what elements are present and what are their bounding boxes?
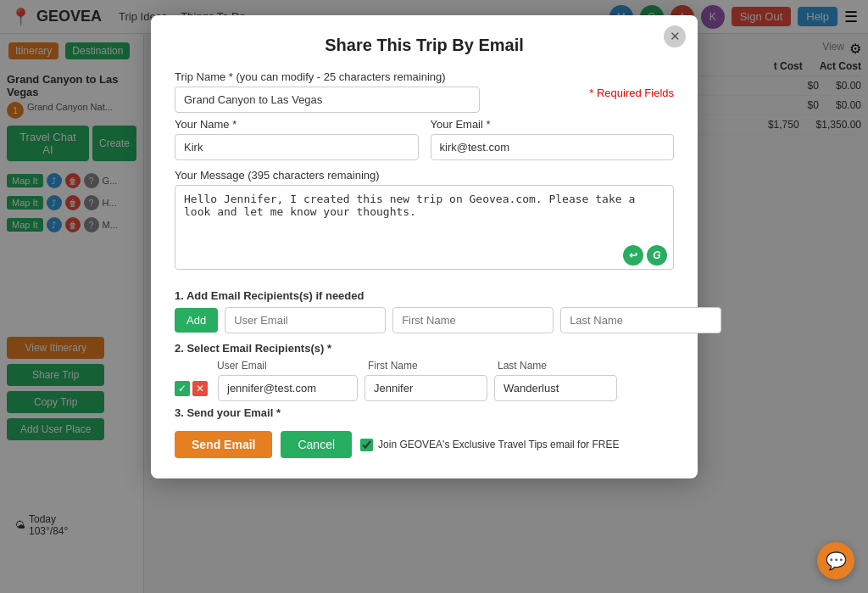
share-trip-modal: ✕ Share This Trip By Email Trip Name * (… bbox=[151, 15, 698, 478]
recipient-row-1: ✓ ✕ bbox=[175, 375, 674, 401]
chat-bubble-button[interactable]: 💬 bbox=[817, 542, 854, 579]
message-group: Your Message (395 characters remaining) … bbox=[175, 169, 674, 281]
send-row: Send Email Cancel Join GEOVEA's Exclusiv… bbox=[175, 431, 674, 458]
recipient-delete-icon[interactable]: ✕ bbox=[192, 381, 208, 396]
modal-title: Share This Trip By Email bbox=[175, 36, 674, 55]
recipient-first-name-input[interactable] bbox=[364, 375, 487, 401]
chat-bubble-icon: 💬 bbox=[826, 551, 847, 571]
your-email-group: Your Email * bbox=[431, 118, 675, 160]
recipient-check-icon[interactable]: ✓ bbox=[175, 381, 190, 396]
send-email-button[interactable]: Send Email bbox=[175, 431, 272, 458]
grammar-icon-1[interactable]: ↩ bbox=[623, 245, 643, 266]
trip-name-label: Trip Name * (you can modify - 25 charact… bbox=[175, 70, 589, 83]
new-user-email-input[interactable] bbox=[225, 307, 386, 333]
recipient-check-area: ✓ ✕ bbox=[175, 381, 208, 396]
modal-close-button[interactable]: ✕ bbox=[664, 25, 686, 48]
your-name-input[interactable] bbox=[175, 134, 419, 160]
name-email-row: Your Name * Your Email * bbox=[175, 118, 674, 160]
col-first-name-header: First Name bbox=[368, 360, 491, 372]
your-email-label: Your Email * bbox=[431, 118, 675, 131]
col-user-email-header: User Email bbox=[217, 360, 361, 372]
join-text: Join GEOVEA's Exclusive Travel Tips emai… bbox=[378, 439, 619, 450]
recipient-last-name-input[interactable] bbox=[494, 375, 617, 401]
message-area: Hello Jennifer, I created this new trip … bbox=[175, 185, 674, 272]
add-recipient-button[interactable]: Add bbox=[175, 308, 218, 333]
add-recipients-label: 1. Add Email Recipients(s) if needed bbox=[175, 289, 674, 302]
select-recipients-label: 2. Select Email Recipients(s) * bbox=[175, 342, 674, 355]
grammar-icon-2[interactable]: G bbox=[647, 245, 667, 266]
your-name-group: Your Name * bbox=[175, 118, 419, 160]
recipient-email-input[interactable] bbox=[218, 375, 358, 401]
message-textarea[interactable]: Hello Jennifer, I created this new trip … bbox=[175, 185, 674, 270]
your-name-label: Your Name * bbox=[175, 118, 419, 131]
recipient-add-row: Add bbox=[175, 307, 674, 333]
cancel-button[interactable]: Cancel bbox=[281, 431, 352, 458]
trip-name-input[interactable] bbox=[175, 87, 480, 113]
your-email-input[interactable] bbox=[431, 134, 675, 160]
join-checkbox[interactable] bbox=[360, 439, 373, 451]
join-label[interactable]: Join GEOVEA's Exclusive Travel Tips emai… bbox=[360, 439, 619, 451]
message-label: Your Message (395 characters remaining) bbox=[175, 169, 674, 182]
new-first-name-input[interactable] bbox=[392, 307, 554, 333]
grammar-icons: ↩ G bbox=[623, 245, 667, 266]
new-last-name-input[interactable] bbox=[560, 307, 721, 333]
send-section-label: 3. Send your Email * bbox=[175, 406, 674, 419]
required-fields-label: * Required Fields bbox=[589, 87, 674, 99]
recipient-column-headers: User Email First Name Last Name bbox=[175, 360, 674, 372]
col-last-name-header: Last Name bbox=[498, 360, 620, 372]
